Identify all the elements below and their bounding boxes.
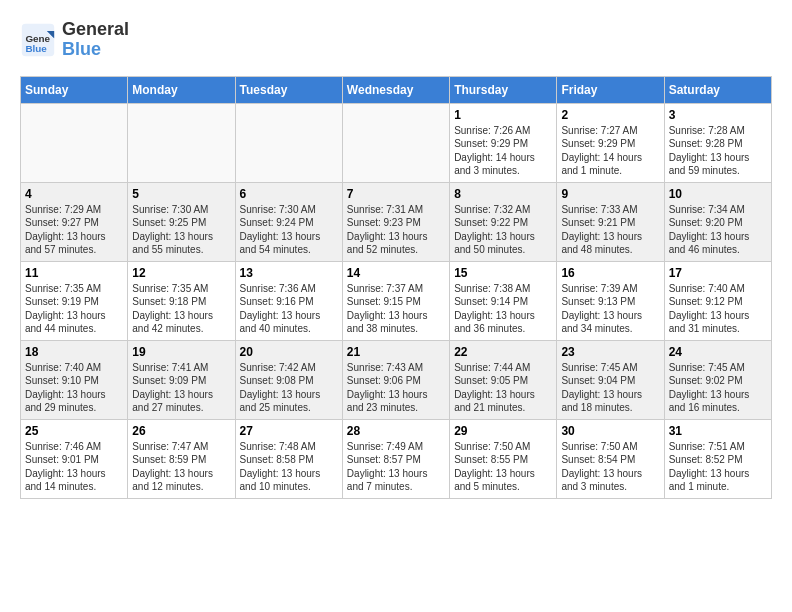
day-number: 3 xyxy=(669,108,767,122)
day-info: Sunrise: 7:47 AM Sunset: 8:59 PM Dayligh… xyxy=(132,440,230,494)
day-number: 13 xyxy=(240,266,338,280)
day-info: Sunrise: 7:42 AM Sunset: 9:08 PM Dayligh… xyxy=(240,361,338,415)
day-number: 6 xyxy=(240,187,338,201)
day-number: 7 xyxy=(347,187,445,201)
svg-text:Blue: Blue xyxy=(25,42,47,53)
day-number: 9 xyxy=(561,187,659,201)
day-number: 14 xyxy=(347,266,445,280)
calendar-week-row: 25Sunrise: 7:46 AM Sunset: 9:01 PM Dayli… xyxy=(21,419,772,498)
day-number: 30 xyxy=(561,424,659,438)
day-number: 23 xyxy=(561,345,659,359)
calendar-day-31: 31Sunrise: 7:51 AM Sunset: 8:52 PM Dayli… xyxy=(664,419,771,498)
day-info: Sunrise: 7:33 AM Sunset: 9:21 PM Dayligh… xyxy=(561,203,659,257)
day-info: Sunrise: 7:41 AM Sunset: 9:09 PM Dayligh… xyxy=(132,361,230,415)
calendar-day-12: 12Sunrise: 7:35 AM Sunset: 9:18 PM Dayli… xyxy=(128,261,235,340)
calendar-day-7: 7Sunrise: 7:31 AM Sunset: 9:23 PM Daylig… xyxy=(342,182,449,261)
day-number: 21 xyxy=(347,345,445,359)
day-info: Sunrise: 7:44 AM Sunset: 9:05 PM Dayligh… xyxy=(454,361,552,415)
day-info: Sunrise: 7:51 AM Sunset: 8:52 PM Dayligh… xyxy=(669,440,767,494)
calendar-empty-cell xyxy=(235,103,342,182)
calendar-day-10: 10Sunrise: 7:34 AM Sunset: 9:20 PM Dayli… xyxy=(664,182,771,261)
calendar-day-2: 2Sunrise: 7:27 AM Sunset: 9:29 PM Daylig… xyxy=(557,103,664,182)
calendar-empty-cell xyxy=(342,103,449,182)
calendar-day-4: 4Sunrise: 7:29 AM Sunset: 9:27 PM Daylig… xyxy=(21,182,128,261)
day-number: 5 xyxy=(132,187,230,201)
weekday-header-saturday: Saturday xyxy=(664,76,771,103)
day-info: Sunrise: 7:28 AM Sunset: 9:28 PM Dayligh… xyxy=(669,124,767,178)
calendar-day-24: 24Sunrise: 7:45 AM Sunset: 9:02 PM Dayli… xyxy=(664,340,771,419)
day-number: 24 xyxy=(669,345,767,359)
day-info: Sunrise: 7:49 AM Sunset: 8:57 PM Dayligh… xyxy=(347,440,445,494)
day-number: 22 xyxy=(454,345,552,359)
calendar-day-8: 8Sunrise: 7:32 AM Sunset: 9:22 PM Daylig… xyxy=(450,182,557,261)
calendar-day-13: 13Sunrise: 7:36 AM Sunset: 9:16 PM Dayli… xyxy=(235,261,342,340)
weekday-header-monday: Monday xyxy=(128,76,235,103)
day-info: Sunrise: 7:50 AM Sunset: 8:54 PM Dayligh… xyxy=(561,440,659,494)
day-number: 8 xyxy=(454,187,552,201)
day-info: Sunrise: 7:40 AM Sunset: 9:12 PM Dayligh… xyxy=(669,282,767,336)
day-info: Sunrise: 7:34 AM Sunset: 9:20 PM Dayligh… xyxy=(669,203,767,257)
logo: Gene Blue General Blue xyxy=(20,20,129,60)
day-info: Sunrise: 7:27 AM Sunset: 9:29 PM Dayligh… xyxy=(561,124,659,178)
day-info: Sunrise: 7:30 AM Sunset: 9:24 PM Dayligh… xyxy=(240,203,338,257)
day-number: 11 xyxy=(25,266,123,280)
calendar-day-16: 16Sunrise: 7:39 AM Sunset: 9:13 PM Dayli… xyxy=(557,261,664,340)
day-info: Sunrise: 7:32 AM Sunset: 9:22 PM Dayligh… xyxy=(454,203,552,257)
day-info: Sunrise: 7:43 AM Sunset: 9:06 PM Dayligh… xyxy=(347,361,445,415)
day-info: Sunrise: 7:37 AM Sunset: 9:15 PM Dayligh… xyxy=(347,282,445,336)
calendar-week-row: 1Sunrise: 7:26 AM Sunset: 9:29 PM Daylig… xyxy=(21,103,772,182)
day-info: Sunrise: 7:45 AM Sunset: 9:02 PM Dayligh… xyxy=(669,361,767,415)
calendar-day-5: 5Sunrise: 7:30 AM Sunset: 9:25 PM Daylig… xyxy=(128,182,235,261)
calendar-day-23: 23Sunrise: 7:45 AM Sunset: 9:04 PM Dayli… xyxy=(557,340,664,419)
day-number: 2 xyxy=(561,108,659,122)
calendar-day-14: 14Sunrise: 7:37 AM Sunset: 9:15 PM Dayli… xyxy=(342,261,449,340)
day-number: 27 xyxy=(240,424,338,438)
calendar-empty-cell xyxy=(21,103,128,182)
calendar-week-row: 11Sunrise: 7:35 AM Sunset: 9:19 PM Dayli… xyxy=(21,261,772,340)
calendar-day-22: 22Sunrise: 7:44 AM Sunset: 9:05 PM Dayli… xyxy=(450,340,557,419)
day-number: 25 xyxy=(25,424,123,438)
day-number: 10 xyxy=(669,187,767,201)
weekday-header-row: SundayMondayTuesdayWednesdayThursdayFrid… xyxy=(21,76,772,103)
day-number: 26 xyxy=(132,424,230,438)
day-number: 28 xyxy=(347,424,445,438)
day-info: Sunrise: 7:39 AM Sunset: 9:13 PM Dayligh… xyxy=(561,282,659,336)
day-number: 20 xyxy=(240,345,338,359)
calendar-day-11: 11Sunrise: 7:35 AM Sunset: 9:19 PM Dayli… xyxy=(21,261,128,340)
calendar-day-30: 30Sunrise: 7:50 AM Sunset: 8:54 PM Dayli… xyxy=(557,419,664,498)
calendar-week-row: 18Sunrise: 7:40 AM Sunset: 9:10 PM Dayli… xyxy=(21,340,772,419)
weekday-header-sunday: Sunday xyxy=(21,76,128,103)
day-info: Sunrise: 7:45 AM Sunset: 9:04 PM Dayligh… xyxy=(561,361,659,415)
day-info: Sunrise: 7:35 AM Sunset: 9:19 PM Dayligh… xyxy=(25,282,123,336)
logo-icon: Gene Blue xyxy=(20,22,56,58)
calendar-day-29: 29Sunrise: 7:50 AM Sunset: 8:55 PM Dayli… xyxy=(450,419,557,498)
calendar-day-18: 18Sunrise: 7:40 AM Sunset: 9:10 PM Dayli… xyxy=(21,340,128,419)
day-info: Sunrise: 7:29 AM Sunset: 9:27 PM Dayligh… xyxy=(25,203,123,257)
day-info: Sunrise: 7:31 AM Sunset: 9:23 PM Dayligh… xyxy=(347,203,445,257)
weekday-header-wednesday: Wednesday xyxy=(342,76,449,103)
day-number: 31 xyxy=(669,424,767,438)
calendar-day-9: 9Sunrise: 7:33 AM Sunset: 9:21 PM Daylig… xyxy=(557,182,664,261)
weekday-header-tuesday: Tuesday xyxy=(235,76,342,103)
day-info: Sunrise: 7:48 AM Sunset: 8:58 PM Dayligh… xyxy=(240,440,338,494)
calendar-day-19: 19Sunrise: 7:41 AM Sunset: 9:09 PM Dayli… xyxy=(128,340,235,419)
day-number: 29 xyxy=(454,424,552,438)
calendar-empty-cell xyxy=(128,103,235,182)
calendar-day-3: 3Sunrise: 7:28 AM Sunset: 9:28 PM Daylig… xyxy=(664,103,771,182)
day-info: Sunrise: 7:35 AM Sunset: 9:18 PM Dayligh… xyxy=(132,282,230,336)
calendar-table: SundayMondayTuesdayWednesdayThursdayFrid… xyxy=(20,76,772,499)
day-number: 12 xyxy=(132,266,230,280)
day-info: Sunrise: 7:40 AM Sunset: 9:10 PM Dayligh… xyxy=(25,361,123,415)
day-number: 4 xyxy=(25,187,123,201)
calendar-day-21: 21Sunrise: 7:43 AM Sunset: 9:06 PM Dayli… xyxy=(342,340,449,419)
day-info: Sunrise: 7:50 AM Sunset: 8:55 PM Dayligh… xyxy=(454,440,552,494)
calendar-day-26: 26Sunrise: 7:47 AM Sunset: 8:59 PM Dayli… xyxy=(128,419,235,498)
day-number: 16 xyxy=(561,266,659,280)
day-info: Sunrise: 7:36 AM Sunset: 9:16 PM Dayligh… xyxy=(240,282,338,336)
calendar-day-27: 27Sunrise: 7:48 AM Sunset: 8:58 PM Dayli… xyxy=(235,419,342,498)
calendar-day-15: 15Sunrise: 7:38 AM Sunset: 9:14 PM Dayli… xyxy=(450,261,557,340)
day-number: 15 xyxy=(454,266,552,280)
day-number: 17 xyxy=(669,266,767,280)
calendar-day-28: 28Sunrise: 7:49 AM Sunset: 8:57 PM Dayli… xyxy=(342,419,449,498)
logo-text: General Blue xyxy=(62,20,129,60)
